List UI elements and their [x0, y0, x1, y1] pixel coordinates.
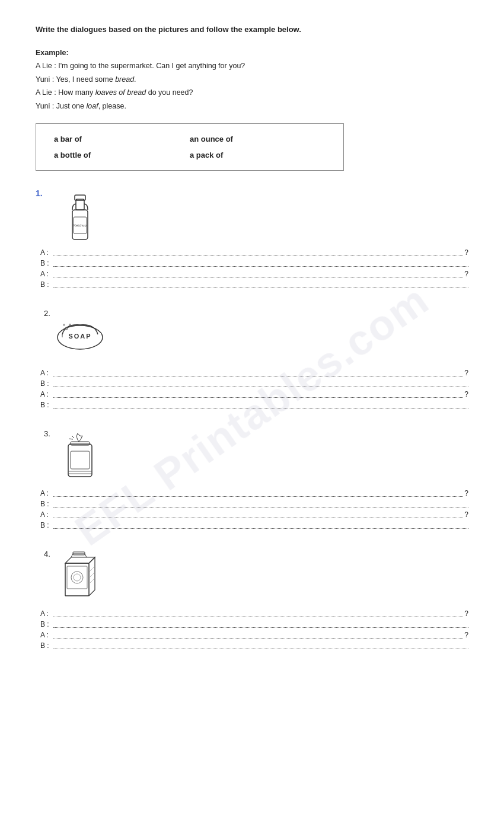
answer-line[interactable]	[53, 642, 468, 649]
line-label: A :	[40, 631, 52, 639]
svg-text:SOAP: SOAP	[68, 333, 91, 340]
question-mark: ?	[464, 248, 468, 257]
exercise-1-number: 1.	[36, 189, 53, 198]
exercise-4-lines: A : ? B : A : ? B :	[36, 609, 468, 650]
svg-point-20	[74, 574, 81, 581]
svg-line-22	[89, 566, 95, 572]
answer-line[interactable]	[53, 391, 463, 398]
svg-rect-17	[65, 563, 89, 596]
example-label: Example:	[36, 49, 69, 57]
question-mark: ?	[464, 510, 468, 519]
svg-rect-13	[71, 442, 90, 445]
line-label: A :	[40, 270, 52, 278]
exercise-1-lines: A : ? B : A : ? B :	[36, 248, 468, 289]
exercise-3: 3. A : ?	[36, 428, 468, 529]
line-label: A :	[40, 390, 52, 398]
answer-line[interactable]	[53, 522, 468, 529]
exercise-1: 1. Ketchup A : ?	[36, 187, 468, 289]
svg-point-19	[71, 572, 83, 583]
vocab-item-4: a pack of	[190, 151, 326, 159]
exercise-2-lines: A : ? B : A : ? B :	[36, 369, 468, 409]
vocab-box: a bar of an ounce of a bottle of a pack …	[36, 123, 344, 171]
svg-point-9	[63, 324, 65, 325]
answer-line[interactable]	[53, 369, 463, 376]
answer-line[interactable]	[53, 401, 468, 408]
answer-line[interactable]	[53, 631, 463, 639]
line-label: B :	[40, 259, 52, 267]
exercise-2: 2. SOAP A : ? B :	[36, 308, 468, 409]
svg-line-11	[69, 439, 73, 439]
exercise-4-image	[53, 548, 107, 605]
question-mark: ?	[464, 609, 468, 618]
answer-line[interactable]	[53, 490, 463, 497]
exercise-3-number: 3.	[36, 429, 53, 438]
exercise-2-number: 2.	[36, 309, 53, 318]
svg-rect-12	[68, 444, 92, 477]
exercise-4-number: 4.	[36, 550, 53, 558]
svg-rect-18	[67, 566, 87, 589]
question-mark: ?	[464, 369, 468, 377]
line-label: B :	[40, 521, 52, 529]
example-block: Example: A Lie : I'm going to the superm…	[36, 46, 468, 113]
line-label: A :	[40, 510, 52, 519]
answer-line[interactable]	[53, 511, 463, 518]
line-label: B :	[40, 641, 52, 650]
question-mark: ?	[464, 489, 468, 497]
exercise-2-image: SOAP	[53, 308, 107, 364]
exercise-1-image: Ketchup	[53, 187, 107, 244]
question-mark: ?	[464, 270, 468, 278]
exercise-4: 4. A :	[36, 548, 468, 650]
answer-line[interactable]	[53, 260, 468, 267]
svg-point-8	[69, 324, 71, 326]
answer-line[interactable]	[53, 500, 468, 507]
vocab-item-2: an ounce of	[190, 135, 326, 143]
answer-line[interactable]	[53, 281, 468, 288]
answer-line[interactable]	[53, 249, 463, 256]
svg-text:Ketchup: Ketchup	[74, 224, 87, 227]
vocab-item-3: a bottle of	[54, 151, 190, 159]
line-label: A :	[40, 369, 52, 377]
exercise-3-image	[53, 428, 107, 484]
svg-line-24	[89, 578, 95, 584]
line-label: B :	[40, 500, 52, 508]
exercise-3-lines: A : ? B : A : ? B :	[36, 489, 468, 529]
question-mark: ?	[464, 390, 468, 398]
line-label: A :	[40, 489, 52, 497]
answer-line[interactable]	[53, 380, 468, 387]
question-mark: ?	[464, 631, 468, 639]
line-label: B :	[40, 379, 52, 388]
answer-line[interactable]	[53, 270, 463, 277]
vocab-item-1: a bar of	[54, 135, 190, 143]
line-label: A :	[40, 609, 52, 618]
answer-line[interactable]	[53, 610, 463, 617]
answer-line[interactable]	[53, 621, 468, 628]
line-label: B :	[40, 280, 52, 289]
line-label: B :	[40, 401, 52, 409]
svg-line-10	[72, 436, 74, 438]
svg-rect-14	[71, 451, 90, 469]
svg-line-23	[89, 572, 95, 578]
line-label: B :	[40, 620, 52, 628]
line-label: A :	[40, 248, 52, 257]
instructions: Write the dialogues based on the picture…	[36, 24, 468, 36]
